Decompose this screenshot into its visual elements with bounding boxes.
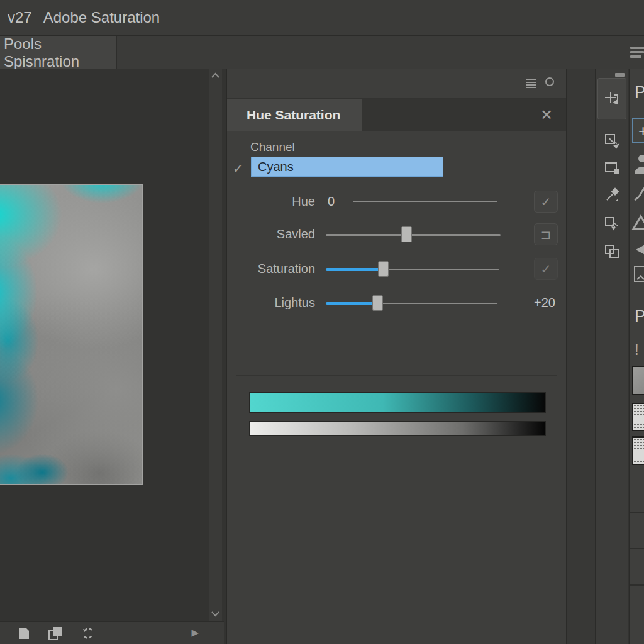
saturation-label: Saturation	[233, 262, 315, 276]
channel-dropdown-value: Cyans	[258, 160, 294, 174]
document-tab-label: Pools Spisnration	[4, 35, 116, 70]
crosshair-tool-icon[interactable]: +	[632, 118, 644, 143]
savled-slider-thumb[interactable]	[401, 226, 412, 242]
savled-reset-button[interactable]: ⊐	[534, 223, 558, 245]
document-tab[interactable]: Pools Spisnration	[0, 36, 117, 69]
separator	[236, 375, 557, 376]
panel-circle-icon[interactable]	[545, 77, 554, 86]
eyedropper-tool-icon[interactable]	[597, 182, 626, 210]
toolbar-drag-handle[interactable]	[615, 73, 625, 77]
hue-row: Hue 0 ✓	[227, 191, 567, 213]
hue-confirm-button[interactable]: ✓	[534, 191, 558, 213]
transform-tool-icon[interactable]	[597, 155, 626, 182]
saturation-row: Saturation ✓	[227, 258, 567, 280]
duplicate-icon[interactable]	[48, 626, 64, 641]
hue-slider[interactable]	[353, 201, 497, 202]
application-window: v27 Adobe Saturation Pools Spisnration ▶	[0, 0, 644, 644]
lightus-label: Lightus	[233, 296, 315, 310]
canvas-area	[0, 69, 224, 621]
scroll-down-icon[interactable]	[211, 610, 220, 618]
clone-stamp-icon[interactable]	[597, 210, 626, 238]
row-divider	[630, 584, 644, 586]
vertical-scrollbar[interactable]	[209, 69, 222, 621]
document-icon[interactable]	[630, 264, 644, 288]
hue-saturation-tab[interactable]: Hue Saturation	[227, 99, 362, 131]
row-divider	[630, 512, 644, 513]
right-panel-header-2: P	[630, 307, 644, 326]
tools-toolbar	[596, 69, 628, 644]
move-tool-icon[interactable]	[597, 78, 626, 119]
refresh-icon[interactable]	[80, 626, 96, 641]
lightus-value: +20	[534, 296, 555, 310]
version-label: v27	[8, 9, 32, 26]
play-icon[interactable]: ▶	[191, 627, 199, 638]
arrow-left-icon[interactable]	[630, 240, 644, 262]
hamburger-icon[interactable]	[630, 47, 644, 60]
document-tabbar: Pools Spisnration	[0, 36, 644, 69]
panel-gutter	[566, 69, 596, 644]
check-icon: ✓	[233, 161, 243, 176]
saturation-slider-thumb[interactable]	[378, 261, 389, 277]
layer-thumbnail[interactable]	[632, 436, 644, 465]
layer-thumbnail[interactable]	[632, 402, 644, 431]
panel-top-strip	[227, 69, 567, 99]
right-panel-header: P	[630, 83, 644, 103]
new-document-icon[interactable]	[16, 626, 31, 641]
document-image[interactable]	[0, 184, 143, 485]
row-divider	[630, 548, 644, 549]
channel-dropdown[interactable]: Cyans	[251, 157, 443, 177]
layer-thumbnail[interactable]	[632, 366, 644, 395]
panel-header: Hue Saturation ✕	[227, 99, 567, 131]
list-item-glyph: !	[630, 341, 644, 358]
app-title: Adobe Saturation	[43, 9, 160, 26]
close-icon[interactable]: ✕	[538, 106, 555, 124]
overlap-squares-icon[interactable]	[597, 238, 626, 265]
hue-label: Hue	[233, 194, 315, 209]
hue-value: 0	[328, 194, 335, 209]
saturation-confirm-button[interactable]: ✓	[534, 258, 558, 280]
lightus-row: Lightus +20	[227, 292, 567, 314]
lightus-slider-thumb[interactable]	[372, 295, 383, 311]
hue-saturation-tab-label: Hue Saturation	[247, 108, 340, 123]
savled-label: Savled	[233, 227, 315, 242]
lightus-slider-fill	[326, 302, 377, 305]
channel-label: Channel	[250, 140, 295, 154]
layer-move-icon[interactable]	[597, 127, 626, 155]
statusbar: ▶	[0, 621, 224, 644]
scroll-up-icon[interactable]	[211, 72, 220, 79]
right-cut-panel: P + P !	[629, 69, 644, 644]
saturation-slider-fill	[326, 268, 383, 271]
menubar: v27 Adobe Saturation	[0, 0, 644, 36]
savled-slider[interactable]	[326, 234, 501, 236]
brush-icon[interactable]	[630, 184, 644, 205]
person-icon[interactable]	[630, 152, 644, 177]
cyan-gradient-bar	[249, 392, 546, 413]
savled-row: Savled ⊐	[227, 223, 567, 246]
hue-saturation-panel: Hue Saturation ✕ Channel ✓ Cyans Hue 0 ✓…	[226, 69, 566, 644]
panel-menu-icon[interactable]	[526, 79, 536, 89]
mountain-icon[interactable]	[630, 213, 644, 234]
gray-gradient-bar	[249, 421, 546, 436]
